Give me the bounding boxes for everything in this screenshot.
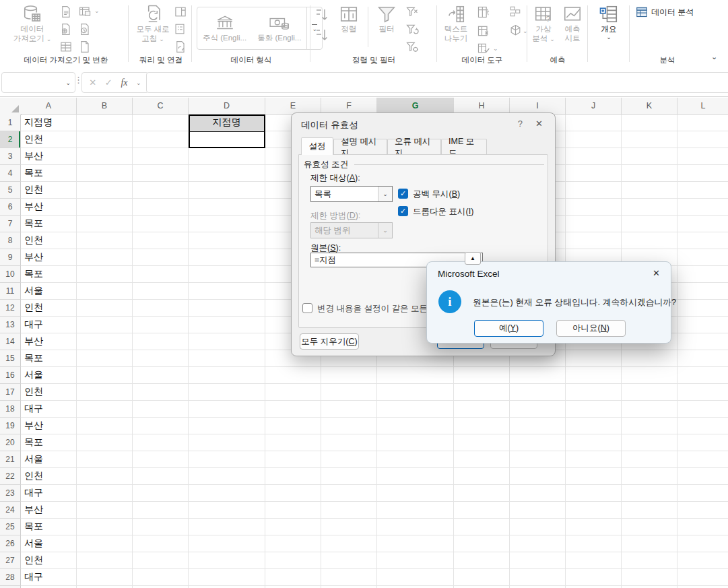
cell[interactable] xyxy=(189,468,265,485)
row-header[interactable]: 12 xyxy=(0,300,21,317)
cell[interactable] xyxy=(566,552,622,569)
cell[interactable] xyxy=(677,317,728,333)
queries-connections-pane-icon[interactable] xyxy=(174,5,187,19)
cell[interactable] xyxy=(133,367,189,384)
cell[interactable] xyxy=(265,519,321,535)
row-header[interactable]: 2 xyxy=(0,131,21,148)
cell[interactable]: 부산 xyxy=(21,199,77,216)
row-header[interactable]: 16 xyxy=(0,367,21,384)
cell[interactable] xyxy=(377,569,454,586)
cell[interactable]: 목포 xyxy=(21,216,77,232)
cell[interactable] xyxy=(77,418,133,434)
cell[interactable] xyxy=(133,199,189,216)
close-icon[interactable]: ✕ xyxy=(653,268,660,278)
cell[interactable]: 지점명 xyxy=(21,115,77,131)
cell[interactable]: 인천 xyxy=(21,232,77,249)
cell[interactable] xyxy=(377,367,454,384)
from-file-icon[interactable] xyxy=(78,40,92,54)
cell[interactable] xyxy=(677,350,728,367)
currency-data-type[interactable]: 통화 (Engli... xyxy=(252,7,306,49)
cell[interactable] xyxy=(566,199,622,216)
cell[interactable] xyxy=(454,451,510,468)
data-validation-icon[interactable] xyxy=(477,42,490,55)
flash-fill-icon[interactable] xyxy=(477,5,490,19)
cell[interactable] xyxy=(133,569,189,586)
cell[interactable] xyxy=(133,384,189,401)
cell[interactable] xyxy=(189,148,265,165)
cell[interactable] xyxy=(510,519,566,535)
cell[interactable] xyxy=(133,350,189,367)
cell[interactable]: 인천 xyxy=(21,552,77,569)
cell[interactable] xyxy=(189,333,265,350)
cell[interactable] xyxy=(133,283,189,300)
cell[interactable] xyxy=(454,384,510,401)
row-header[interactable]: 15 xyxy=(0,350,21,367)
row-header[interactable]: 4 xyxy=(0,165,21,182)
forecast-sheet-button[interactable]: 예측 시트 xyxy=(559,4,586,43)
filter-button[interactable]: 필터 xyxy=(372,4,401,34)
cell[interactable] xyxy=(77,182,133,199)
cell[interactable] xyxy=(622,485,677,502)
cell[interactable] xyxy=(510,367,566,384)
cell[interactable] xyxy=(321,569,377,586)
cell[interactable] xyxy=(510,468,566,485)
remove-duplicates-icon[interactable] xyxy=(477,24,490,38)
cell[interactable] xyxy=(77,148,133,165)
cell[interactable] xyxy=(321,468,377,485)
cell[interactable]: 목포 xyxy=(21,266,77,283)
cell[interactable] xyxy=(622,519,677,535)
cell[interactable] xyxy=(265,569,321,586)
cell[interactable] xyxy=(321,535,377,552)
cell[interactable]: 인천 xyxy=(21,182,77,199)
row-header[interactable]: 24 xyxy=(0,502,21,519)
cell[interactable] xyxy=(133,266,189,283)
cell[interactable] xyxy=(189,569,265,586)
cell[interactable] xyxy=(677,502,728,519)
cell[interactable] xyxy=(265,451,321,468)
cell[interactable] xyxy=(377,401,454,418)
in-cell-dropdown-checkbox[interactable]: ✓ xyxy=(398,206,408,216)
outline-button[interactable]: 개요 ⌄ xyxy=(594,4,624,40)
cell[interactable]: 부산 xyxy=(21,333,77,350)
cell[interactable] xyxy=(622,148,677,165)
cell[interactable] xyxy=(377,434,454,451)
cell[interactable] xyxy=(510,485,566,502)
cell[interactable] xyxy=(510,418,566,434)
cell[interactable] xyxy=(677,216,728,232)
cell[interactable] xyxy=(622,535,677,552)
cell[interactable] xyxy=(77,451,133,468)
row-header[interactable]: 23 xyxy=(0,485,21,502)
row-header[interactable]: 7 xyxy=(0,216,21,232)
existing-connections-icon[interactable] xyxy=(59,40,73,54)
sort-ascending-icon[interactable] xyxy=(314,7,330,23)
cell[interactable] xyxy=(77,199,133,216)
cell[interactable] xyxy=(77,535,133,552)
cell[interactable]: 대구 xyxy=(21,401,77,418)
cell[interactable] xyxy=(133,451,189,468)
cell[interactable] xyxy=(133,249,189,266)
consolidate-icon[interactable] xyxy=(509,5,523,19)
d2-validation-cell[interactable] xyxy=(189,131,265,148)
cell[interactable] xyxy=(133,165,189,182)
cell[interactable] xyxy=(377,485,454,502)
apply-to-all-checkbox[interactable] xyxy=(302,303,312,313)
get-data-button[interactable]: 데이터 가져오기 ⌄ xyxy=(11,4,54,43)
cell[interactable] xyxy=(133,401,189,418)
cell[interactable] xyxy=(133,182,189,199)
cell[interactable] xyxy=(677,333,728,350)
cell[interactable] xyxy=(133,502,189,519)
cell[interactable]: 목포 xyxy=(21,519,77,535)
cell[interactable] xyxy=(189,451,265,468)
row-header[interactable]: 17 xyxy=(0,384,21,401)
cell[interactable] xyxy=(189,199,265,216)
from-text-csv-icon[interactable] xyxy=(59,5,73,19)
cell[interactable] xyxy=(321,502,377,519)
column-header-k[interactable]: K xyxy=(622,98,677,115)
row-header[interactable]: 26 xyxy=(0,535,21,552)
cell[interactable] xyxy=(566,569,622,586)
cell[interactable] xyxy=(321,418,377,434)
cell[interactable]: 대구 xyxy=(21,317,77,333)
cell[interactable] xyxy=(133,535,189,552)
cell[interactable] xyxy=(454,418,510,434)
cell[interactable] xyxy=(77,300,133,317)
